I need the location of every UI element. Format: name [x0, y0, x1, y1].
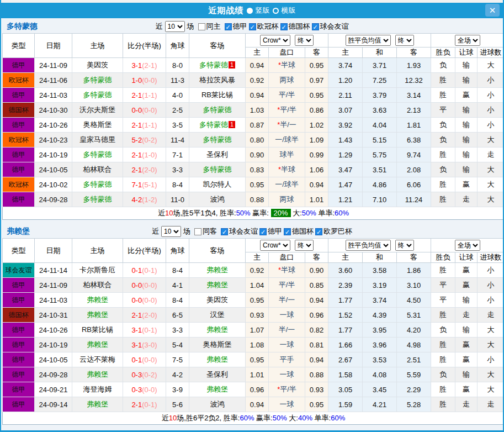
league-filter[interactable]: ✓德国杯	[280, 22, 310, 31]
handicap-text: 两球	[280, 195, 294, 203]
scope-select[interactable]: 全场	[455, 240, 480, 251]
handicap-text: 两球	[280, 76, 294, 84]
summary-segment: 50%	[236, 209, 251, 217]
odds-home: 0.93	[246, 308, 269, 323]
away-team-name: 多特蒙德	[203, 106, 232, 114]
checkbox-checked-icon[interactable]: ✓	[315, 228, 322, 235]
league-filter[interactable]: ✓德甲	[259, 226, 282, 236]
result-handicap: 走	[455, 308, 478, 323]
score: 0-0(0-0)	[123, 293, 166, 308]
away-team-name: 奥格斯堡	[203, 340, 232, 349]
avg-odds-select[interactable]: 胜平负均值	[346, 240, 391, 251]
match-row: 德甲24-10-26RB莱比锡3-1(0-1)3-3弗赖堡1.07半/一0.82…	[3, 323, 504, 338]
handicap-text: 平手	[280, 355, 294, 363]
fulltime-score: 2-1	[131, 151, 142, 159]
avg-away-odds: 4.50	[397, 293, 431, 308]
close-button[interactable]: ✕	[485, 4, 500, 17]
result-goals: 走	[478, 397, 504, 412]
avg-time-select[interactable]: 终	[395, 240, 414, 251]
league-filter[interactable]: ✓欧冠杯	[249, 22, 279, 31]
league-filter[interactable]: ✓欧罗巴杯	[315, 226, 352, 236]
checkbox-checked-icon[interactable]: ✓	[221, 228, 228, 235]
match-row: 德甲24-09-28多特蒙德4-2(1-2)11-0波鸿0.88两球1.011.…	[3, 192, 504, 207]
same-venue-filter[interactable]: 同主	[198, 22, 221, 31]
recent-count-select[interactable]: 10	[161, 226, 181, 237]
odds-home: 0.94	[246, 88, 269, 103]
home-team: 弗赖堡	[72, 293, 123, 308]
handicap-text: 平/半	[280, 106, 296, 114]
avg-draw-odds: 3.71	[363, 58, 397, 73]
checkbox-checked-icon[interactable]: ✓	[280, 23, 288, 30]
home-team-name: 弗赖堡	[87, 296, 108, 304]
home-team: RB莱比锡	[72, 323, 123, 338]
handicap-text: 半/一	[279, 296, 295, 304]
league-filter[interactable]: ✓德国杯	[284, 226, 314, 236]
league-filter[interactable]: ✓球会友谊	[221, 226, 258, 236]
col-corner: 角球	[166, 34, 189, 58]
avg-time-select[interactable]: 终	[395, 35, 414, 46]
away-team-name: 弗赖堡	[206, 281, 228, 289]
league-filter-label: 球会友谊	[320, 22, 349, 31]
bookmaker-select[interactable]: Crow*	[260, 35, 290, 46]
avg-draw-odds: 3.74	[363, 293, 397, 308]
type-badge: 德甲	[3, 58, 35, 73]
avg-home-odds: 1.77	[328, 323, 363, 338]
avg-home-odds: 3.05	[328, 382, 363, 397]
away-team-name: 多特蒙德	[203, 135, 232, 144]
match-row: 德国杯24-10-30沃尔夫斯堡0-0(0-0)2-5多特蒙德1.03*平/半0…	[3, 103, 504, 118]
away-team-name: 多特蒙德	[199, 120, 228, 129]
odds-home: 0.94	[246, 58, 269, 73]
result-handicap: 赢	[455, 278, 478, 293]
filters-freiburg: 近 10 场 同客 ✓球会友谊✓德甲✓德国杯✓欧罗巴杯	[2, 226, 502, 237]
checkbox-checked-icon[interactable]: ✓	[259, 228, 267, 235]
odds-time-select[interactable]: 终	[295, 35, 314, 46]
fulltime-score: 2-1	[131, 401, 142, 409]
league-filter[interactable]: ✓球会友谊	[312, 22, 349, 31]
fulltime-score: 1-0	[131, 76, 142, 85]
match-date: 24-09-28	[35, 367, 72, 382]
match-date: 24-11-03	[35, 293, 72, 308]
corner-score: 11-4	[166, 133, 189, 147]
away-team-name: RB莱比锡	[201, 91, 233, 99]
horizontal-layout-radio[interactable]	[273, 8, 279, 14]
home-team: 柏林联合	[72, 162, 123, 177]
scope-select[interactable]: 全场	[455, 35, 480, 46]
odds-away: 0.94	[305, 293, 328, 308]
home-team: 弗赖堡	[72, 308, 123, 323]
avg-home-odds: 3.74	[328, 58, 363, 73]
handicap-line: *平/半	[269, 382, 305, 397]
recent-count-select[interactable]: 10	[165, 21, 185, 32]
section-header-dortmund: 近 10 场 同主 ✓德甲✓欧冠杯✓德国杯✓球会友谊 多特蒙德	[2, 20, 502, 33]
away-team: RB莱比锡	[189, 88, 246, 103]
bookmaker-select[interactable]: Crow*	[260, 240, 290, 251]
checkbox-checked-icon[interactable]: ✓	[312, 23, 319, 30]
checkbox-unchecked-icon[interactable]	[194, 228, 201, 235]
subcol-result: 胜负	[431, 48, 455, 58]
score: 1-0(0-0)	[123, 73, 166, 88]
halftime-score: (1-1)	[142, 121, 157, 129]
home-team: 多特蒙德	[72, 192, 123, 207]
avg-draw-odds: 3.96	[363, 338, 397, 352]
same-venue-filter[interactable]: 同客	[194, 226, 217, 236]
handicap-line: 平/半	[269, 278, 305, 293]
halftime-score: (0-2)	[142, 371, 157, 379]
checkbox-checked-icon[interactable]: ✓	[225, 23, 232, 30]
match-date: 24-11-06	[35, 73, 72, 88]
league-filter[interactable]: ✓德甲	[225, 22, 247, 31]
summary-segment: 50%	[302, 209, 316, 217]
match-date: 24-11-09	[35, 278, 72, 293]
vertical-layout-radio[interactable]	[247, 8, 253, 14]
odds-time-select[interactable]: 终	[295, 240, 314, 251]
checkbox-checked-icon[interactable]: ✓	[284, 228, 291, 235]
league-filter-label: 欧冠杯	[257, 22, 279, 31]
checkbox-checked-icon[interactable]: ✓	[249, 23, 256, 30]
checkbox-unchecked-icon[interactable]	[198, 23, 205, 30]
home-team-name: 卡尔斯鲁厄	[79, 266, 115, 274]
fulltime-score: 0-0	[131, 296, 142, 304]
handicap-line: *平/半	[269, 103, 305, 118]
corner-score: 11-0	[166, 192, 189, 207]
handicap-text: 半球	[281, 266, 295, 274]
result-handicap: 输	[455, 73, 478, 88]
handicap-text: 平/半	[279, 281, 295, 289]
avg-odds-select[interactable]: 胜平负均值	[346, 35, 391, 46]
